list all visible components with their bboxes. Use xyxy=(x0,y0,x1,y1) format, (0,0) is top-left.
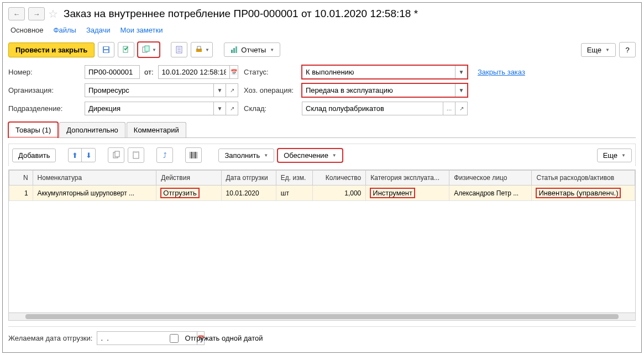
dept-dropdown-icon[interactable]: ▼ xyxy=(214,102,226,115)
close-order-link[interactable]: Закрыть заказ xyxy=(478,68,525,76)
bottom-panel: Желаемая дата отгрузки: 📅 Отгружать одно… xyxy=(8,326,636,345)
forward-button[interactable]: → xyxy=(28,7,45,20)
svg-rect-16 xyxy=(115,151,119,157)
svg-rect-13 xyxy=(233,48,235,53)
svg-rect-18 xyxy=(134,151,138,153)
fill-button[interactable]: Заполнить▼ xyxy=(218,149,274,162)
svg-rect-14 xyxy=(235,46,237,53)
svg-rect-12 xyxy=(231,50,233,53)
help-button[interactable]: ? xyxy=(619,42,636,57)
op-label: Хоз. операция: xyxy=(244,86,296,94)
wh-input[interactable] xyxy=(302,102,443,115)
nav-tab-files[interactable]: Файлы xyxy=(54,26,76,34)
nav-tab-tasks[interactable]: Задачи xyxy=(86,26,111,34)
tab-extra[interactable]: Дополнительно xyxy=(59,122,125,137)
col-article[interactable]: Статья расходов/активов xyxy=(532,171,635,186)
supply-button[interactable]: Обеспечение▼ xyxy=(278,149,343,162)
date-input[interactable] xyxy=(158,65,230,79)
org-input[interactable] xyxy=(85,83,214,97)
post-and-close-button[interactable]: Провести и закрыть xyxy=(8,43,95,57)
svg-rect-2 xyxy=(104,47,108,49)
col-person[interactable]: Физическое лицо xyxy=(449,171,532,186)
save-button[interactable] xyxy=(98,42,114,57)
dept-input[interactable] xyxy=(85,102,214,115)
tab-comment[interactable]: Комментарий xyxy=(127,122,186,137)
col-nom[interactable]: Номенклатура xyxy=(33,171,156,186)
nav-tab-notes[interactable]: Мои заметки xyxy=(121,26,163,34)
document-button[interactable] xyxy=(171,42,187,57)
op-dropdown-icon[interactable]: ▼ xyxy=(455,83,468,97)
window-frame: ← → ☆ Заказ на внутреннее потребление ПР… xyxy=(2,2,642,353)
col-cat[interactable]: Категория эксплуата... xyxy=(366,171,449,186)
org-open-icon[interactable]: ↗ xyxy=(226,83,238,97)
create-based-on-button[interactable]: ▼ xyxy=(138,42,160,57)
nav-tabs: Основное Файлы Задачи Мои заметки xyxy=(8,26,636,34)
move-up-button[interactable]: ⬆ xyxy=(69,149,82,162)
share-button[interactable]: ⤴ xyxy=(156,147,173,163)
col-date[interactable]: Дата отгрузки xyxy=(221,171,276,186)
svg-rect-1 xyxy=(104,50,108,52)
title-bar: ← → ☆ Заказ на внутреннее потребление ПР… xyxy=(8,7,636,20)
dept-open-icon[interactable]: ↗ xyxy=(226,102,238,115)
single-date-checkbox[interactable] xyxy=(170,334,179,343)
page-title: Заказ на внутреннее потребление ПР00-000… xyxy=(64,8,418,20)
barcode-button[interactable] xyxy=(185,147,202,163)
post-button[interactable] xyxy=(118,42,134,57)
horizontal-scrollbar[interactable] xyxy=(8,313,636,321)
op-input[interactable] xyxy=(302,83,455,97)
svg-rect-5 xyxy=(145,46,149,51)
svg-rect-11 xyxy=(197,46,201,49)
detail-tabs: Товары (1) Дополнительно Комментарий xyxy=(8,122,636,138)
ship-date-label: Желаемая дата отгрузки: xyxy=(8,334,92,342)
col-n[interactable]: N xyxy=(9,171,33,186)
form-fields: Номер: от: 📅 Статус: ▼ Закрыть заказ Орг… xyxy=(8,65,636,115)
move-down-button[interactable]: ⬇ xyxy=(82,149,95,162)
copy-button[interactable] xyxy=(108,147,124,163)
more-button[interactable]: Еще▼ xyxy=(581,43,616,57)
wh-select-icon[interactable]: … xyxy=(443,102,455,115)
org-dropdown-icon[interactable]: ▼ xyxy=(214,83,226,97)
status-dropdown-icon[interactable]: ▼ xyxy=(455,65,468,79)
ship-date-input[interactable] xyxy=(97,331,197,345)
paste-button[interactable] xyxy=(128,147,144,163)
wh-open-icon[interactable]: ↗ xyxy=(455,102,468,115)
table-more-button[interactable]: Еще▼ xyxy=(597,149,632,162)
from-label: от: xyxy=(140,68,158,76)
table-row[interactable]: 1 Аккумуляторный шуруповерт ... Отгрузит… xyxy=(9,186,635,201)
main-toolbar: Провести и закрыть ▼ ▼ Отчеты▼ Еще▼ ? xyxy=(8,42,636,57)
wh-label: Склад: xyxy=(244,104,296,113)
col-act[interactable]: Действия xyxy=(156,171,221,186)
col-qty[interactable]: Количество xyxy=(313,171,366,186)
star-icon[interactable]: ☆ xyxy=(48,7,58,20)
move-buttons: ⬆ ⬇ xyxy=(68,148,96,162)
goods-table[interactable]: N Номенклатура Действия Дата отгрузки Ед… xyxy=(8,169,636,313)
tab-goods[interactable]: Товары (1) xyxy=(8,122,58,137)
status-input[interactable] xyxy=(302,65,455,79)
print-button[interactable]: ▼ xyxy=(191,42,213,57)
org-label: Организация: xyxy=(8,86,79,94)
reports-button[interactable]: Отчеты▼ xyxy=(224,43,280,57)
nav-tab-main[interactable]: Основное xyxy=(11,26,44,34)
number-input[interactable] xyxy=(85,65,140,79)
col-unit[interactable]: Ед. изм. xyxy=(276,171,313,186)
calendar-icon[interactable]: 📅 xyxy=(230,65,238,79)
back-button[interactable]: ← xyxy=(8,7,25,20)
single-date-label: Отгружать одной датой xyxy=(185,334,263,342)
status-label: Статус: xyxy=(244,68,296,76)
table-toolbar: Добавить ⬆ ⬇ ⤴ Заполнить▼ Обеспечение▼ Е… xyxy=(8,144,636,166)
add-button[interactable]: Добавить xyxy=(12,149,56,162)
number-label: Номер: xyxy=(8,68,79,76)
dept-label: Подразделение: xyxy=(8,104,79,113)
